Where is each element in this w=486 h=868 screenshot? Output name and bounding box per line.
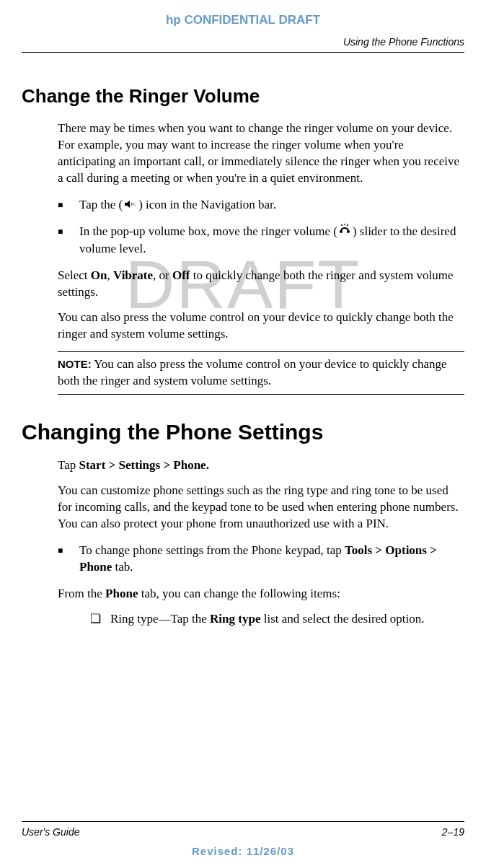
note-text: You can also press the volume control on… <box>58 357 447 387</box>
note-label: NOTE: <box>58 358 92 370</box>
text-fragment: From the <box>58 587 105 600</box>
bullet-item: ■ To change phone settings from the Phon… <box>58 543 464 576</box>
text-fragment: Tap <box>58 458 79 472</box>
text-bold: On <box>91 268 107 282</box>
footer-revised: Revised: 11/26/03 <box>0 845 486 857</box>
footer-left: User's Guide <box>22 826 79 838</box>
note-paragraph: NOTE: You can also press the volume cont… <box>58 356 464 390</box>
header-rule <box>22 52 464 53</box>
bullet-text: To change phone settings from the Phone … <box>79 543 464 576</box>
text-bold: Off <box>172 268 190 282</box>
speaker-icon: < <box>124 197 137 214</box>
text-fragment: ) icon in the Navigation bar. <box>138 198 276 211</box>
section-header: Using the Phone Functions <box>0 36 486 52</box>
text-fragment: Ring type—Tap the <box>110 612 210 626</box>
svg-point-2 <box>347 230 350 233</box>
note-rule-top <box>58 351 464 352</box>
text-bold: Phone <box>105 587 138 600</box>
bullet-marker: ■ <box>58 197 79 214</box>
paragraph: Tap Start > Settings > Phone. <box>58 457 464 474</box>
body-content: Change the Ringer Volume There may be ti… <box>0 85 486 627</box>
sub-bullet-marker: ❏ <box>90 611 110 628</box>
text-bold: Start > Settings > Phone. <box>79 458 209 472</box>
text-fragment: , or <box>153 268 172 282</box>
page-content: hp CONFIDENTIAL DRAFT Using the Phone Fu… <box>0 0 486 627</box>
text-fragment: tab. <box>112 560 133 574</box>
text-fragment: To change phone settings from the Phone … <box>79 543 345 557</box>
heading-phone-settings: Changing the Phone Settings <box>22 420 464 444</box>
heading-change-ringer: Change the Ringer Volume <box>22 85 464 108</box>
note-rule-bottom <box>58 394 464 395</box>
footer-right: 2–19 <box>442 826 464 838</box>
text-fragment: , <box>107 268 113 282</box>
bullet-item: ■ Tap the (<) icon in the Navigation bar… <box>58 197 464 214</box>
text-fragment: Tap the ( <box>79 198 123 211</box>
page-footer: User's Guide 2–19 Revised: 11/26/03 <box>0 821 486 857</box>
text-fragment: list and select the desired option. <box>260 612 424 626</box>
paragraph: You can customize phone settings such as… <box>58 483 464 532</box>
bullet-text: Tap the (<) icon in the Navigation bar. <box>79 197 464 214</box>
sub-bullet-text: Ring type—Tap the Ring type list and sel… <box>110 611 464 628</box>
text-bold: Ring type <box>210 612 260 626</box>
phone-ringer-icon <box>339 224 351 241</box>
text-fragment: Select <box>58 268 91 282</box>
intro-paragraph: There may be times when you want to chan… <box>58 120 464 187</box>
bullet-marker: ■ <box>58 543 79 576</box>
confidential-header: hp CONFIDENTIAL DRAFT <box>0 0 486 36</box>
paragraph: You can also press the volume control on… <box>58 310 464 343</box>
text-fragment: In the pop-up volume box, move the ringe… <box>79 224 337 238</box>
sub-bullet-item: ❏ Ring type—Tap the Ring type list and s… <box>90 611 464 628</box>
footer-rule <box>22 821 464 822</box>
paragraph: Select On, Vibrate, or Off to quickly ch… <box>58 268 464 301</box>
footer-line: User's Guide 2–19 <box>0 826 486 838</box>
bullet-text: In the pop-up volume box, move the ringe… <box>79 224 464 258</box>
bullet-item: ■ In the pop-up volume box, move the rin… <box>58 224 464 258</box>
bullet-marker: ■ <box>58 224 79 258</box>
svg-point-1 <box>340 230 343 233</box>
text-bold: Vibrate <box>113 268 153 282</box>
svg-text:<: < <box>133 201 136 208</box>
text-fragment: tab, you can change the following items: <box>138 587 340 600</box>
paragraph: From the Phone tab, you can change the f… <box>58 586 464 602</box>
